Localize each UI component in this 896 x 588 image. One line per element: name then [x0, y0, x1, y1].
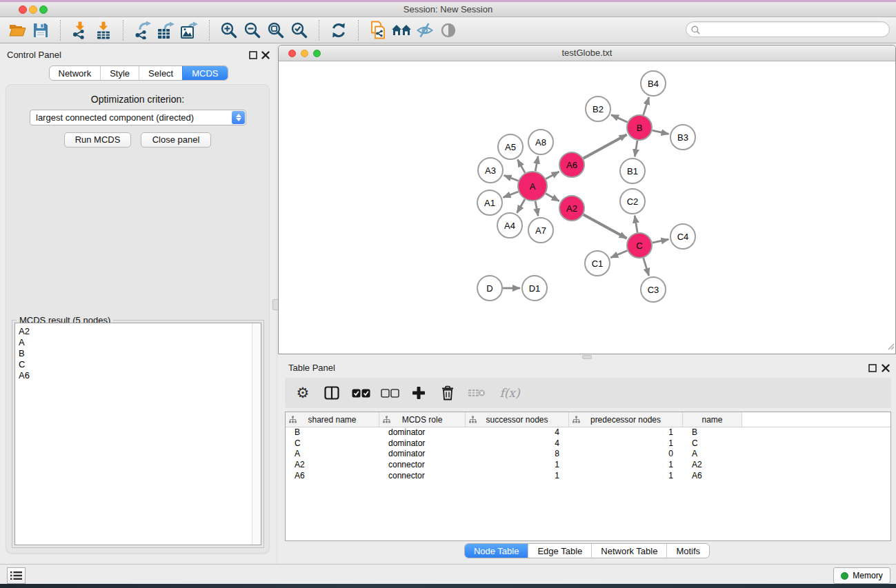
cell[interactable]: dominator [379, 427, 466, 438]
zoom-fit-icon[interactable] [264, 19, 288, 41]
network-minimize-button[interactable] [301, 50, 308, 57]
cell[interactable]: 0 [569, 449, 683, 460]
cell[interactable]: connector [379, 471, 466, 482]
cell[interactable]: 1 [466, 471, 569, 482]
table-row[interactable]: A6connector11A6 [286, 471, 890, 482]
memory-button[interactable]: Memory [833, 567, 890, 584]
result-list-item[interactable]: B [19, 348, 261, 359]
graph-node-A6[interactable]: A6 [559, 152, 584, 177]
settings-gear-icon[interactable]: ⚙ [293, 383, 312, 403]
float-panel-icon[interactable] [249, 50, 258, 59]
graph-node-A3[interactable]: A3 [478, 158, 503, 183]
tab-mcds[interactable]: MCDS [182, 66, 227, 80]
graph-node-A[interactable]: A [518, 172, 547, 201]
graph-edge-B-B4[interactable] [644, 97, 649, 115]
graph-edge-A-A4[interactable] [517, 199, 525, 213]
cell[interactable]: dominator [379, 438, 466, 449]
column-header-name[interactable]: name [683, 412, 742, 427]
tab-edge-table[interactable]: Edge Table [528, 544, 591, 558]
cell[interactable]: B [286, 427, 379, 438]
cell[interactable]: 4 [466, 427, 569, 438]
result-list-item[interactable]: A2 [19, 326, 261, 337]
float-table-panel-icon[interactable] [868, 363, 877, 372]
graph-edge-A2-C[interactable] [584, 214, 627, 239]
export-table-icon[interactable] [155, 19, 178, 41]
graph-node-A7[interactable]: A7 [528, 218, 553, 243]
tab-motifs[interactable]: Motifs [666, 544, 709, 558]
cell[interactable]: 1 [569, 460, 683, 471]
column-header-mcds-role[interactable]: MCDS role [379, 412, 466, 427]
graph-edge-A-A1[interactable] [504, 192, 519, 197]
result-list-item[interactable]: A6 [19, 370, 261, 381]
resize-grip-icon[interactable] [886, 341, 895, 353]
open-session-icon[interactable] [6, 19, 29, 41]
deselect-all-columns-icon[interactable] [380, 383, 399, 403]
cell[interactable]: connector [379, 460, 466, 471]
cell[interactable]: 1 [569, 471, 683, 482]
table-row[interactable]: Cdominator41C [286, 438, 890, 449]
graph-edge-C-C4[interactable] [653, 239, 669, 243]
minimize-window-button[interactable] [29, 6, 37, 14]
table-row[interactable]: Bdominator41B [286, 427, 890, 438]
result-list-item[interactable]: A [19, 337, 261, 348]
graph-node-B[interactable]: B [627, 115, 652, 140]
graph-node-A8[interactable]: A8 [528, 130, 553, 154]
close-panel-icon[interactable] [261, 50, 270, 59]
hide-details-icon[interactable] [413, 19, 437, 41]
graph-node-D1[interactable]: D1 [522, 276, 547, 301]
criterion-dropdown[interactable]: largest connected component (directed) [30, 110, 246, 125]
mcds-result-list[interactable]: A2ABCA6 [14, 323, 261, 545]
search-input[interactable] [686, 21, 890, 37]
network-zoom-button[interactable] [313, 50, 321, 57]
export-image-icon[interactable] [178, 19, 201, 41]
cell[interactable]: 1 [569, 438, 683, 449]
graph-edge-C-C3[interactable] [644, 258, 649, 276]
graph-node-B2[interactable]: B2 [586, 97, 610, 121]
export-network-icon[interactable] [131, 19, 155, 41]
tab-node-table[interactable]: Node Table [465, 544, 528, 558]
cell[interactable]: A6 [286, 471, 379, 482]
horizontal-splitter-grip[interactable] [582, 355, 592, 359]
column-header-shared-name[interactable]: shared name [286, 412, 379, 427]
cell[interactable]: A2 [286, 460, 379, 471]
create-column-icon[interactable] [409, 383, 428, 403]
show-details-icon[interactable] [437, 19, 460, 41]
graph-node-A1[interactable]: A1 [477, 190, 502, 215]
graph-edge-C-C2[interactable] [635, 216, 637, 232]
graph-edge-A-A2[interactable] [546, 194, 559, 201]
tab-select[interactable]: Select [139, 66, 182, 80]
zoom-window-button[interactable] [39, 6, 48, 14]
task-history-button[interactable] [7, 567, 26, 584]
cell[interactable]: 1 [569, 427, 683, 438]
graph-edge-B-B3[interactable] [653, 130, 669, 134]
graph-node-A2[interactable]: A2 [559, 196, 584, 221]
cell[interactable]: A [683, 449, 742, 460]
apply-layout-icon[interactable] [327, 19, 350, 41]
node-table[interactable]: shared nameMCDS rolesuccessor nodesprede… [285, 412, 891, 541]
graph-edge-A-A8[interactable] [535, 156, 538, 172]
close-panel-button[interactable]: Close panel [141, 132, 211, 148]
graph-node-A5[interactable]: A5 [498, 134, 523, 159]
zoom-selected-icon[interactable] [288, 19, 311, 41]
graph-edge-B-B2[interactable] [611, 115, 628, 123]
cell[interactable]: 8 [466, 449, 569, 460]
zoom-out-icon[interactable] [241, 19, 264, 41]
zoom-in-icon[interactable] [217, 19, 241, 41]
graph-node-C1[interactable]: C1 [585, 251, 610, 276]
network-window-titlebar[interactable]: testGlobe.txt [279, 45, 895, 61]
graph-node-D[interactable]: D [477, 276, 502, 301]
graph-edge-B-B1[interactable] [635, 141, 637, 156]
graph-edge-A6-B[interactable] [584, 134, 627, 159]
graph-edge-A-A7[interactable] [535, 201, 538, 216]
cell[interactable]: A [286, 449, 379, 460]
graph-edge-A-A3[interactable] [504, 175, 519, 181]
graph-node-B3[interactable]: B3 [670, 125, 695, 150]
graph-node-B1[interactable]: B1 [620, 159, 645, 183]
column-header-predecessor-nodes[interactable]: predecessor nodes [569, 412, 683, 427]
select-all-columns-icon[interactable] [351, 383, 370, 403]
column-header-successor-nodes[interactable]: successor nodes [466, 412, 569, 427]
session-home-icon[interactable] [390, 19, 413, 41]
duplicate-network-icon[interactable] [366, 19, 390, 41]
table-row[interactable]: A2connector11A2 [286, 460, 890, 471]
cell[interactable]: B [683, 427, 742, 438]
